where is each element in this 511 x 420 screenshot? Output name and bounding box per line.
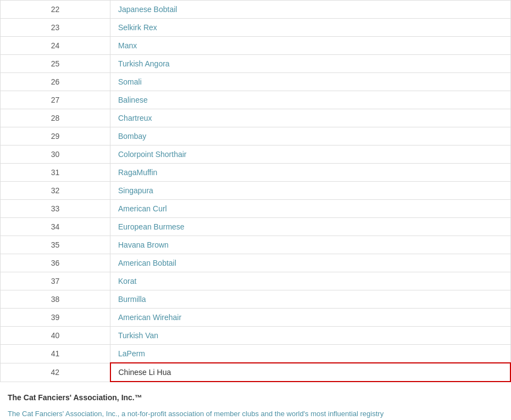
main-container: 22Japanese Bobtail23Selkirk Rex24Manx25T… (0, 0, 511, 420)
breed-name: Havana Brown (110, 236, 511, 254)
breed-name: American Curl (110, 200, 511, 218)
breed-name: LaPerm (110, 345, 511, 363)
table-row: 42Chinese Li Hua (1, 363, 511, 382)
row-number: 41 (1, 345, 110, 363)
breed-name: Chartreux (110, 109, 511, 127)
table-row: 32Singapura (1, 182, 511, 200)
breed-name: American Wirehair (110, 309, 511, 327)
row-number: 38 (1, 290, 110, 309)
breed-name: American Bobtail (110, 254, 511, 272)
table-row: 23Selkirk Rex (1, 19, 511, 37)
breed-name: Burmilla (110, 290, 511, 309)
row-number: 28 (1, 109, 110, 127)
table-row: 38Burmilla (1, 290, 511, 309)
breed-name: Somali (110, 73, 511, 91)
row-number: 23 (1, 19, 110, 37)
breed-name: Turkish Angora (110, 55, 511, 73)
row-number: 29 (1, 127, 110, 145)
footer-description: The Cat Fanciers' Association, Inc., a n… (8, 408, 503, 420)
row-number: 39 (1, 309, 110, 327)
table-row: 25Turkish Angora (1, 55, 511, 73)
row-number: 36 (1, 254, 110, 272)
breed-name: Selkirk Rex (110, 19, 511, 37)
row-number: 34 (1, 218, 110, 236)
row-number: 27 (1, 91, 110, 109)
table-row: 22Japanese Bobtail (1, 1, 511, 19)
table-row: 36American Bobtail (1, 254, 511, 272)
breed-name: Manx (110, 37, 511, 55)
row-number: 31 (1, 164, 110, 182)
table-row: 26Somali (1, 73, 511, 91)
row-number: 22 (1, 1, 110, 19)
table-row: 30Colorpoint Shorthair (1, 145, 511, 164)
row-number: 42 (1, 363, 110, 382)
footer-title: The Cat Fanciers' Association, Inc.™ (8, 393, 503, 402)
row-number: 26 (1, 73, 110, 91)
footer-section: The Cat Fanciers' Association, Inc.™ The… (0, 382, 511, 420)
breed-name: Korat (110, 272, 511, 290)
table-row: 40Turkish Van (1, 327, 511, 345)
table-row: 33American Curl (1, 200, 511, 218)
row-number: 30 (1, 145, 110, 164)
table-row: 29Bombay (1, 127, 511, 145)
row-number: 37 (1, 272, 110, 290)
breed-name[interactable]: Chinese Li Hua (110, 363, 511, 382)
table-row: 34European Burmese (1, 218, 511, 236)
row-number: 40 (1, 327, 110, 345)
table-row: 35Havana Brown (1, 236, 511, 254)
table-row: 27Balinese (1, 91, 511, 109)
row-number: 33 (1, 200, 110, 218)
breed-name: Singapura (110, 182, 511, 200)
table-row: 24Manx (1, 37, 511, 55)
table-row: 28Chartreux (1, 109, 511, 127)
table-row: 41LaPerm (1, 345, 511, 363)
breed-name: Japanese Bobtail (110, 1, 511, 19)
breeds-table: 22Japanese Bobtail23Selkirk Rex24Manx25T… (0, 0, 511, 382)
breed-name: European Burmese (110, 218, 511, 236)
row-number: 35 (1, 236, 110, 254)
row-number: 24 (1, 37, 110, 55)
row-number: 25 (1, 55, 110, 73)
breed-name: Bombay (110, 127, 511, 145)
table-row: 37Korat (1, 272, 511, 290)
breed-name: Turkish Van (110, 327, 511, 345)
breed-name: RagaMuffin (110, 164, 511, 182)
breed-name: Balinese (110, 91, 511, 109)
breed-name: Colorpoint Shorthair (110, 145, 511, 164)
row-number: 32 (1, 182, 110, 200)
table-row: 39American Wirehair (1, 309, 511, 327)
table-row: 31RagaMuffin (1, 164, 511, 182)
